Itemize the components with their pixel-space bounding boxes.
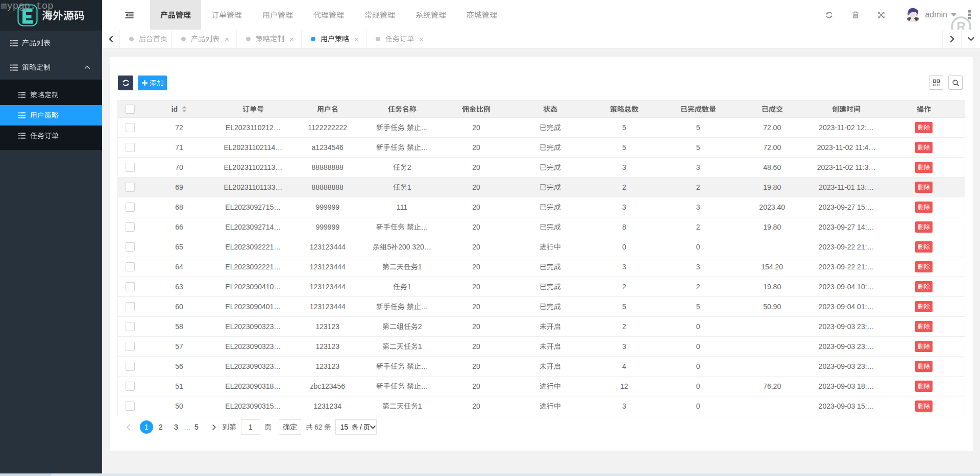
svg-text:R: R (957, 19, 966, 30)
